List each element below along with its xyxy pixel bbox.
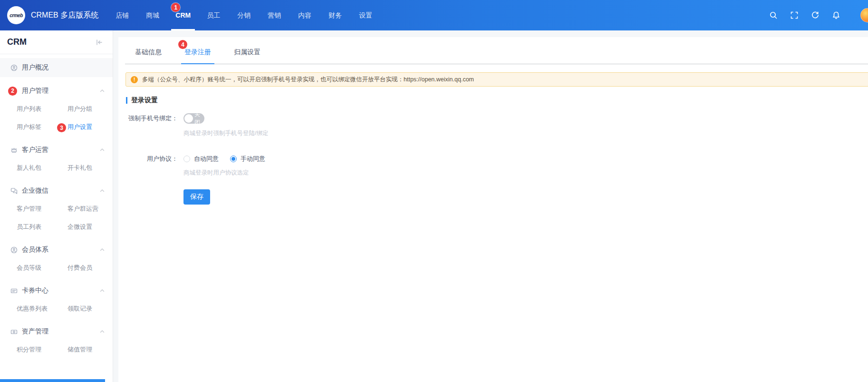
wechat-work-icon <box>10 187 18 195</box>
sidebar-item-newcomer-gift[interactable]: 新人礼包 <box>17 159 68 177</box>
sidebar-item-stored-value-management[interactable]: 储值管理 <box>68 341 113 359</box>
sidebar-group-wechat-work: 企业微信 客户管理 客户群运营 员工列表 企微设置 <box>0 182 113 236</box>
sidebar-item-staff-list[interactable]: 员工列表 <box>17 218 68 236</box>
brand: crmeb CRMEB 多店版系统 <box>7 6 98 24</box>
sidebar-group-membership: 会员体系 会员等级 付费会员 <box>0 241 113 277</box>
nav-item-crm[interactable]: 1 CRM <box>168 0 198 30</box>
warning-icon: ! <box>131 76 138 83</box>
refresh-icon[interactable] <box>811 11 820 20</box>
horizontal-scrollbar-thumb[interactable] <box>0 379 105 382</box>
phone-binding-toggle[interactable]: 关闭 <box>183 113 204 124</box>
radio-auto-agree[interactable]: 自动同意 <box>183 155 219 163</box>
sidebar-item-member-levels[interactable]: 会员等级 <box>17 259 68 277</box>
nav-item-crm-label: CRM <box>175 11 191 19</box>
section-title-login-settings: 登录设置 <box>126 96 868 105</box>
sidebar-title: CRM <box>7 37 27 47</box>
save-button[interactable]: 保存 <box>183 189 210 205</box>
nav-item-staff[interactable]: 员工 <box>198 0 229 30</box>
tab-label: 登录注册 <box>184 48 211 56</box>
sidebar-group-header-customer-operations[interactable]: 客户运营 <box>0 141 113 159</box>
phone-binding-label: 强制手机号绑定： <box>125 114 178 123</box>
sidebar-item-points-management[interactable]: 积分管理 <box>17 341 68 359</box>
sidebar-group-label: 用户管理 <box>22 87 48 95</box>
sidebar-item-wework-settings[interactable]: 企微设置 <box>68 218 113 236</box>
coupon-icon <box>10 287 18 294</box>
toggle-knob <box>184 114 193 123</box>
sidebar-item-user-settings[interactable]: 3 用户设置 <box>68 118 113 136</box>
member-icon <box>10 246 18 254</box>
user-management-icon: 2 <box>10 88 18 95</box>
radio-circle <box>183 156 190 162</box>
phone-binding-helper: 商城登录时强制手机号登陆/绑定 <box>183 129 868 137</box>
toggle-state-text: 关闭 <box>194 110 204 127</box>
sidebar-item-customer-group-operations[interactable]: 客户群运营 <box>68 200 113 218</box>
sidebar-group-header-asset-management[interactable]: 资产管理 <box>0 323 113 341</box>
chevron-up-icon <box>99 147 105 153</box>
sidebar-item-card-opening-gift[interactable]: 开卡礼包 <box>68 159 113 177</box>
nav-item-content[interactable]: 内容 <box>289 0 320 30</box>
user-overview-icon <box>10 64 18 71</box>
sidebar-item-customer-management[interactable]: 客户管理 <box>17 200 68 218</box>
sidebar-group-header-coupon-center[interactable]: 卡券中心 <box>0 282 113 300</box>
main-nav: 店铺 商城 1 CRM 员工 分销 营销 内容 财务 设置 <box>107 0 381 30</box>
sidebar-item-label: 用户设置 <box>68 123 92 130</box>
agreement-helper: 商城登录时用户协议选定 <box>183 169 868 177</box>
login-settings-form: 强制手机号绑定： 关闭 商城登录时强制手机号登陆/绑定 用户协议： 自动同意 手… <box>118 113 868 205</box>
main-content: 基础信息 4 登录注册 归属设置 ! 多端（公众号、小程序）账号统一，可以开启强… <box>118 37 868 382</box>
collapse-sidebar-icon[interactable] <box>96 39 103 46</box>
navbar-actions <box>769 8 868 22</box>
nav-item-finance[interactable]: 财务 <box>320 0 350 30</box>
sidebar-group-header-user-management[interactable]: 2 用户管理 <box>0 82 113 100</box>
sidebar-group-children: 新人礼包 开卡礼包 <box>0 159 113 177</box>
sidebar-group-label: 资产管理 <box>22 327 48 336</box>
chevron-up-icon <box>99 188 105 194</box>
bell-icon[interactable] <box>832 11 840 20</box>
sidebar-item-user-groups[interactable]: 用户分组 <box>68 100 113 118</box>
asset-icon <box>10 328 18 335</box>
sidebar-item-paid-members[interactable]: 付费会员 <box>68 259 113 277</box>
user-avatar[interactable] <box>860 8 868 22</box>
sidebar-group-asset-management: 资产管理 积分管理 储值管理 <box>0 323 113 359</box>
search-icon[interactable] <box>769 11 778 20</box>
sidebar-group-children: 客户管理 客户群运营 员工列表 企微设置 <box>0 200 113 236</box>
chevron-up-icon <box>99 329 105 334</box>
radio-manual-agree[interactable]: 手动同意 <box>230 155 265 163</box>
sidebar-group-label: 企业微信 <box>22 186 48 195</box>
nav-item-marketing[interactable]: 营销 <box>259 0 289 30</box>
step-badge-3: 3 <box>57 123 66 132</box>
sidebar-group-children: 积分管理 储值管理 <box>0 341 113 359</box>
step-badge-2: 2 <box>8 87 17 96</box>
nav-item-settings[interactable]: 设置 <box>350 0 381 30</box>
sidebar-group-user-management: 2 用户管理 用户列表 用户分组 用户标签 3 用户设置 <box>0 82 113 136</box>
agreement-label: 用户协议： <box>125 155 178 163</box>
alert-banner: ! 多端（公众号、小程序）账号统一，可以开启强制手机号登录实现，也可以绑定微信开… <box>125 72 868 87</box>
fullscreen-icon[interactable] <box>790 11 799 20</box>
sidebar-item-coupon-list[interactable]: 优惠券列表 <box>17 300 68 318</box>
tab-attribution-settings[interactable]: 归属设置 <box>234 47 260 64</box>
sidebar: CRM 用户概况 2 用户管理 用户列表 用户分 <box>0 30 113 382</box>
radio-circle-checked <box>230 156 237 162</box>
nav-item-distribution[interactable]: 分销 <box>229 0 259 30</box>
sidebar-group-header-wechat-work[interactable]: 企业微信 <box>0 182 113 200</box>
nav-item-shop[interactable]: 店铺 <box>107 0 137 30</box>
step-badge-1: 1 <box>171 3 180 12</box>
app-title: CRMEB 多店版系统 <box>31 10 98 20</box>
step-badge-4: 4 <box>178 40 187 49</box>
tab-login-register[interactable]: 4 登录注册 <box>184 47 211 64</box>
sidebar-item-claim-records[interactable]: 领取记录 <box>68 300 113 318</box>
sidebar-group-header-membership[interactable]: 会员体系 <box>0 241 113 259</box>
sidebar-group-children: 用户列表 用户分组 用户标签 3 用户设置 <box>0 100 113 136</box>
sidebar-group-label: 会员体系 <box>22 245 48 254</box>
sidebar-group-children: 会员等级 付费会员 <box>0 259 113 277</box>
sidebar-group-coupon-center: 卡券中心 优惠券列表 领取记录 <box>0 282 113 318</box>
nav-item-mall[interactable]: 商城 <box>137 0 168 30</box>
settings-tabs: 基础信息 4 登录注册 归属设置 <box>125 37 868 64</box>
phone-binding-row: 强制手机号绑定： 关闭 <box>118 113 868 124</box>
chevron-up-icon <box>99 288 105 294</box>
logo-text: crmeb <box>10 13 23 18</box>
tab-basic-info[interactable]: 基础信息 <box>135 47 162 64</box>
sidebar-item-user-list[interactable]: 用户列表 <box>17 100 68 118</box>
sidebar-item-user-overview[interactable]: 用户概况 <box>0 58 113 77</box>
sidebar-group-customer-operations: 客户运营 新人礼包 开卡礼包 <box>0 141 113 177</box>
sidebar-group-children: 优惠券列表 领取记录 <box>0 300 113 318</box>
